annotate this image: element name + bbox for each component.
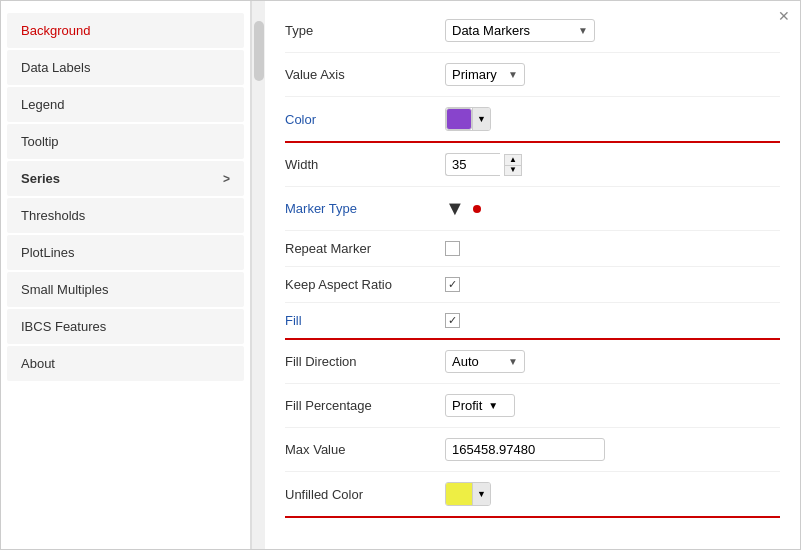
marker-type-indicator	[473, 205, 481, 213]
color-control: ▼	[445, 107, 491, 131]
marker-type-icon[interactable]: ▼	[445, 197, 465, 220]
sidebar-item-ibcs-features[interactable]: IBCS Features	[7, 309, 244, 344]
sidebar-item-label: Tooltip	[21, 134, 59, 149]
sidebar-item-data-labels[interactable]: Data Labels	[7, 50, 244, 85]
sidebar-item-label: Small Multiples	[21, 282, 108, 297]
repeat-marker-row: Repeat Marker	[285, 231, 780, 267]
color-swatch	[446, 108, 472, 130]
sidebar-item-label: Data Labels	[21, 60, 90, 75]
value-axis-value: Primary	[452, 67, 497, 82]
keep-aspect-checkbox[interactable]	[445, 277, 460, 292]
width-spinner: ▲ ▼	[504, 154, 522, 176]
fill-row: Fill	[285, 303, 780, 340]
type-select[interactable]: Data Markers ▼	[445, 19, 595, 42]
sidebar-item-label: Thresholds	[21, 208, 85, 223]
fill-direction-select[interactable]: Auto ▼	[445, 350, 525, 373]
keep-aspect-control	[445, 277, 460, 292]
marker-type-row: Marker Type ▼	[285, 187, 780, 231]
marker-type-control: ▼	[445, 197, 481, 220]
close-button[interactable]: ✕	[778, 9, 790, 23]
value-axis-dropdown-arrow: ▼	[508, 69, 518, 80]
fill-percentage-value: Profit	[452, 398, 482, 413]
sidebar-item-label: About	[21, 356, 55, 371]
sidebar-item-plotlines[interactable]: PlotLines	[7, 235, 244, 270]
sidebar-item-background[interactable]: Background	[7, 13, 244, 48]
type-control: Data Markers ▼	[445, 19, 595, 42]
value-axis-control: Primary ▼	[445, 63, 525, 86]
fill-direction-arrow: ▼	[508, 356, 518, 367]
value-axis-row: Value Axis Primary ▼	[285, 53, 780, 97]
width-row: Width 35 ▲ ▼	[285, 143, 780, 187]
sidebar: Background Data Labels Legend Tooltip Se…	[1, 1, 251, 549]
keep-aspect-row: Keep Aspect Ratio	[285, 267, 780, 303]
keep-aspect-label: Keep Aspect Ratio	[285, 277, 445, 292]
fill-percentage-row: Fill Percentage Profit ▼	[285, 384, 780, 428]
unfilled-color-label: Unfilled Color	[285, 487, 445, 502]
max-value-label: Max Value	[285, 442, 445, 457]
sidebar-item-label: Background	[21, 23, 90, 38]
value-axis-label: Value Axis	[285, 67, 445, 82]
sidebar-item-tooltip[interactable]: Tooltip	[7, 124, 244, 159]
fill-percentage-select[interactable]: Profit ▼	[445, 394, 515, 417]
fill-label: Fill	[285, 313, 445, 328]
fill-direction-label: Fill Direction	[285, 354, 445, 369]
type-label: Type	[285, 23, 445, 38]
width-increment[interactable]: ▲	[504, 154, 522, 165]
color-dropdown-arrow: ▼	[472, 108, 490, 130]
unfilled-color-arrow: ▼	[472, 483, 490, 505]
sidebar-item-thresholds[interactable]: Thresholds	[7, 198, 244, 233]
fill-direction-row: Fill Direction Auto ▼	[285, 340, 780, 384]
chevron-right-icon: >	[223, 172, 230, 186]
settings-panel: Type Data Markers ▼ Value Axis Primary ▼…	[265, 1, 800, 549]
fill-control	[445, 313, 460, 328]
width-input[interactable]: 35	[445, 153, 500, 176]
fill-direction-value: Auto	[452, 354, 479, 369]
color-label: Color	[285, 112, 445, 127]
scrollbar-thumb[interactable]	[254, 21, 264, 81]
unfilled-color-control: ▼	[445, 482, 491, 506]
value-axis-select[interactable]: Primary ▼	[445, 63, 525, 86]
sidebar-item-small-multiples[interactable]: Small Multiples	[7, 272, 244, 307]
sidebar-item-label: Legend	[21, 97, 64, 112]
type-dropdown-arrow: ▼	[578, 25, 588, 36]
sidebar-item-about[interactable]: About	[7, 346, 244, 381]
color-button[interactable]: ▼	[445, 107, 491, 131]
type-row: Type Data Markers ▼	[285, 9, 780, 53]
sidebar-item-label: IBCS Features	[21, 319, 106, 334]
width-decrement[interactable]: ▼	[504, 165, 522, 176]
max-value-control: 165458.97480	[445, 438, 605, 461]
type-value: Data Markers	[452, 23, 530, 38]
fill-checkbox[interactable]	[445, 313, 460, 328]
unfilled-color-row: Unfilled Color ▼	[285, 472, 780, 518]
sidebar-item-legend[interactable]: Legend	[7, 87, 244, 122]
repeat-marker-control	[445, 241, 460, 256]
unfilled-color-button[interactable]: ▼	[445, 482, 491, 506]
sidebar-item-series[interactable]: Series >	[7, 161, 244, 196]
max-value-input[interactable]: 165458.97480	[445, 438, 605, 461]
width-control: 35 ▲ ▼	[445, 153, 522, 176]
unfilled-color-swatch	[446, 483, 472, 505]
fill-percentage-label: Fill Percentage	[285, 398, 445, 413]
width-label: Width	[285, 157, 445, 172]
color-row: Color ▼	[285, 97, 780, 143]
max-value-row: Max Value 165458.97480	[285, 428, 780, 472]
dialog: ✕ Background Data Labels Legend Tooltip …	[0, 0, 801, 550]
sidebar-item-label: PlotLines	[21, 245, 74, 260]
fill-percentage-arrow: ▼	[488, 400, 498, 411]
fill-direction-control: Auto ▼	[445, 350, 525, 373]
scrollbar-track	[251, 1, 265, 549]
marker-type-label: Marker Type	[285, 201, 445, 216]
sidebar-item-label: Series	[21, 171, 60, 186]
fill-percentage-control: Profit ▼	[445, 394, 515, 417]
repeat-marker-checkbox[interactable]	[445, 241, 460, 256]
repeat-marker-label: Repeat Marker	[285, 241, 445, 256]
